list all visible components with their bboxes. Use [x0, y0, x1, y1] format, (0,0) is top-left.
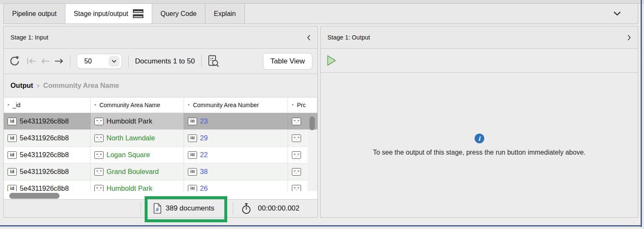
- expand-right-panel-button[interactable]: [627, 34, 631, 41]
- int32-type-icon: i32: [188, 185, 197, 192]
- table-row[interactable]: id 5e4311926c8b8 "_" Humboldt Park i32 2…: [4, 180, 317, 191]
- documents-toolbar: 50 Documents 1 to 50: [4, 49, 317, 74]
- breadcrumb-field: Community Area Name: [43, 82, 119, 89]
- tab-label: Query Code: [161, 10, 197, 18]
- toolbar-divider: [70, 55, 70, 67]
- page-size-select[interactable]: 50: [77, 54, 122, 69]
- int32-type-icon: i32: [188, 118, 197, 125]
- breadcrumb-root: Output: [10, 82, 33, 89]
- cell-id[interactable]: id 5e4311926c8b8: [4, 130, 91, 146]
- chevron-left-icon: [307, 34, 311, 41]
- cell-id[interactable]: id 5e4311926c8b8: [4, 113, 91, 129]
- toolbar-divider: [128, 55, 129, 67]
- vertical-scrollbar-thumb[interactable]: [309, 116, 315, 130]
- string-type-icon: "_": [292, 185, 301, 192]
- cell-community-area-number[interactable]: i32 22: [184, 147, 288, 163]
- document-count-icon: #: [153, 203, 162, 214]
- cell-id[interactable]: id 5e4311926c8b8: [4, 147, 91, 163]
- horizontal-scrollbar-thumb[interactable]: [9, 193, 60, 199]
- execution-timer: [241, 200, 252, 217]
- execution-time-label: 00:00:00.002: [258, 200, 299, 217]
- toolbar-divider: [201, 55, 202, 67]
- cell-community-area-number[interactable]: i32 23: [184, 113, 288, 129]
- column-header-prc[interactable]: • Prc: [288, 97, 317, 113]
- stage-output-header: Stage 1: Output: [321, 26, 638, 49]
- breadcrumb: Output › Community Area Name: [4, 74, 317, 97]
- stage-output-title: Stage 1: Output: [327, 34, 370, 41]
- status-bar: # 389 documents 00:00:00.002: [4, 199, 317, 217]
- cell-community-area-name[interactable]: "_" North Lawndale: [91, 130, 184, 146]
- cell-id[interactable]: id 5e4311926c8b8: [4, 163, 91, 180]
- collapse-panel-button[interactable]: [613, 11, 621, 16]
- play-icon: [327, 55, 337, 66]
- string-type-icon: "_": [94, 168, 104, 176]
- stage-output-message: To see the output of this stage, press t…: [373, 149, 586, 156]
- table-rows-icon: [133, 9, 143, 18]
- focus-border: [641, 0, 642, 227]
- int32-type-icon: i32: [188, 168, 197, 176]
- column-header-community-area-name[interactable]: • Community Area Name: [91, 97, 184, 113]
- int32-type-icon: i32: [188, 151, 197, 159]
- documents-table: • _id • Community Area Name • Community …: [4, 97, 317, 200]
- table-row[interactable]: id 5e4311926c8b8 "_" North Lawndale i32 …: [4, 130, 317, 147]
- chevron-right-icon: [627, 34, 631, 41]
- first-page-button[interactable]: [26, 58, 37, 65]
- page-size-value: 50: [84, 58, 92, 65]
- info-icon: i: [475, 134, 484, 143]
- cell-community-area-name[interactable]: "_" Humboldt Park: [91, 113, 184, 129]
- objectid-type-icon: id: [8, 134, 17, 142]
- column-header-community-area-number[interactable]: • Community Area Number: [184, 97, 288, 113]
- collapse-left-panel-button[interactable]: [307, 34, 311, 41]
- focus-border: [0, 225, 642, 226]
- string-type-icon: "_": [94, 151, 104, 159]
- stage-input-header: Stage 1: Input: [4, 26, 317, 49]
- string-type-icon: "_": [94, 134, 104, 142]
- tab-query-code[interactable]: Query Code: [152, 4, 205, 24]
- next-page-button[interactable]: [54, 58, 64, 65]
- tab-stage-input-output[interactable]: Stage input/output: [65, 4, 152, 24]
- aggregation-stage-window: Pipeline output Stage input/output Query…: [0, 0, 644, 229]
- arrow-right-icon: [54, 58, 64, 65]
- table-row[interactable]: id 5e4311926c8b8 "_" Humboldt Park i32 2…: [4, 113, 317, 130]
- objectid-type-icon: id: [8, 168, 17, 176]
- svg-text:#: #: [156, 206, 159, 213]
- breadcrumb-separator-icon: ›: [37, 81, 39, 90]
- objectid-type-icon: id: [8, 118, 17, 125]
- status-divider: [233, 203, 233, 215]
- string-type-icon: "_": [94, 185, 104, 192]
- objectid-type-icon: id: [8, 151, 17, 159]
- chevron-down-icon: [613, 11, 621, 16]
- string-type-icon: "_": [292, 151, 301, 159]
- cell-community-area-name[interactable]: "_" Grand Boulevard: [91, 163, 184, 180]
- tab-label: Pipeline output: [12, 10, 57, 18]
- int32-type-icon: i32: [188, 134, 197, 142]
- cell-id[interactable]: id 5e4311926c8b8: [4, 180, 91, 191]
- cell-community-area-number[interactable]: i32 26: [184, 180, 288, 191]
- tab-pipeline-output[interactable]: Pipeline output: [4, 4, 65, 24]
- previous-page-button[interactable]: [41, 58, 50, 65]
- table-header-row: • _id • Community Area Name • Community …: [4, 97, 317, 113]
- table-row[interactable]: id 5e4311926c8b8 "_" Grand Boulevard i32…: [4, 163, 317, 180]
- string-type-icon: "_": [292, 118, 301, 125]
- cell-community-area-number[interactable]: i32 38: [184, 163, 288, 180]
- cell-community-area-name[interactable]: "_" Humboldt Park: [91, 180, 184, 191]
- arrow-left-icon: [41, 58, 50, 65]
- chevron-down-icon: [112, 60, 117, 63]
- cell-community-area-number[interactable]: i32 29: [184, 130, 288, 146]
- status-divider: [140, 203, 141, 215]
- find-in-documents-button[interactable]: [208, 55, 219, 68]
- column-header-id[interactable]: • _id: [4, 97, 91, 113]
- cell-community-area-name[interactable]: "_" Logan Square: [91, 147, 184, 163]
- stage-input-panel: Stage 1: Input: [3, 26, 318, 218]
- table-row[interactable]: id 5e4311926c8b8 "_" Logan Square i32 22…: [4, 147, 317, 163]
- string-type-icon: "_": [94, 118, 104, 125]
- tab-explain[interactable]: Explain: [205, 4, 244, 24]
- stage-output-placeholder: i To see the output of this stage, press…: [321, 73, 638, 217]
- string-type-icon: "_": [292, 168, 301, 176]
- select-chevron: [109, 56, 119, 67]
- run-stage-button[interactable]: [327, 55, 337, 66]
- refresh-button[interactable]: [9, 55, 20, 67]
- vertical-scrollbar-track[interactable]: [308, 130, 317, 191]
- tab-label: Stage input/output: [74, 10, 128, 18]
- table-view-button[interactable]: Table View: [263, 53, 312, 70]
